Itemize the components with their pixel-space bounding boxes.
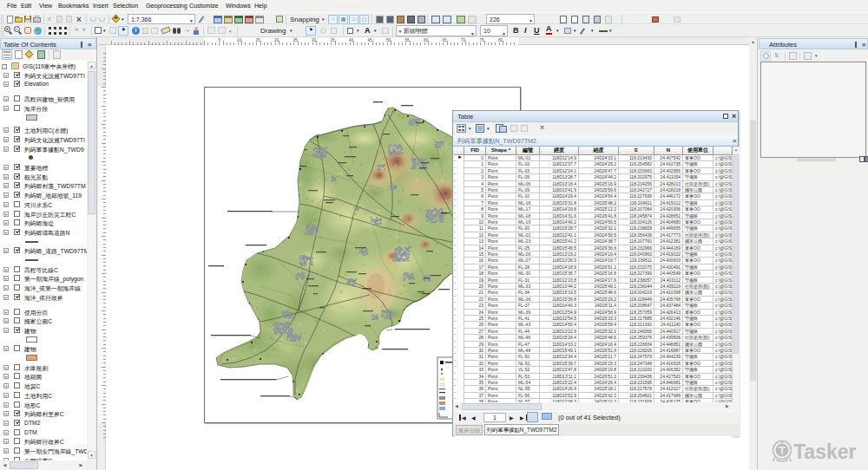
svg-text:Tasker: Tasker — [793, 441, 857, 463]
svg-text:T: T — [779, 444, 786, 457]
